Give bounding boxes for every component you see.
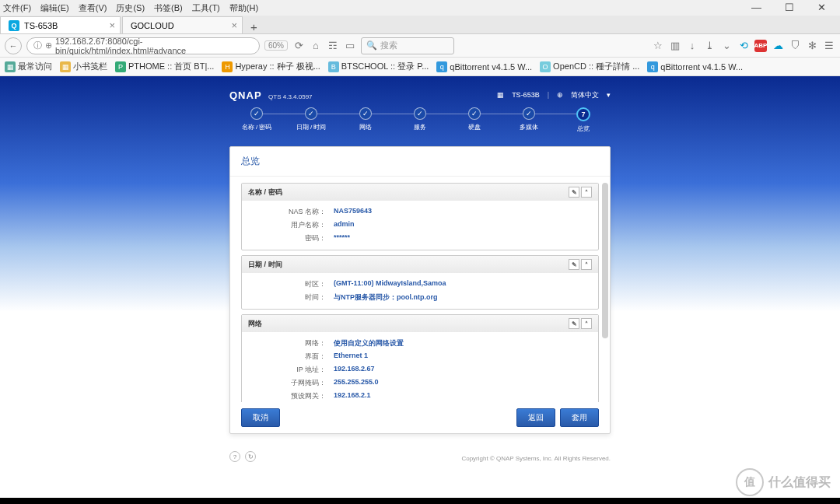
bookmark-item[interactable]: HHyperay :: 种子 极视...: [222, 61, 320, 72]
tab-close-icon[interactable]: ×: [231, 19, 237, 31]
tabbar: Q TS-653B × GOCLOUD × +: [0, 16, 840, 34]
qts-version: QTS 4.3.4.0597: [268, 93, 312, 100]
section-name: 名称 / 密码 ✎˄ NAS 名称：NAS759643 用户名称：admin 密…: [241, 183, 599, 250]
bookmark-icon: q: [647, 61, 658, 72]
nav-back-button[interactable]: ←: [5, 37, 22, 54]
home-icon[interactable]: ⌂: [310, 40, 322, 52]
device-name: TS-653B: [512, 91, 540, 99]
bookmark-icon: P: [115, 61, 126, 72]
bookmark-item[interactable]: qqBittorrent v4.1.5 W...: [647, 61, 743, 72]
download-icon[interactable]: ↓: [686, 40, 698, 52]
bookmarks-bar: ▦最常访问 ▦小书笺栏 PPTHOME :: 首页 BT|... HHypera…: [0, 58, 840, 76]
menu-bookmarks[interactable]: 书签(B): [154, 2, 183, 14]
device-icon: ▦: [497, 91, 504, 99]
check-icon: ✓: [250, 107, 263, 120]
stepper: ✓名称 / 密码 ✓日期 / 时间 ✓网络 ✓服务 ✓硬盘 ✓多媒体 7总览: [229, 107, 611, 133]
window-close-icon[interactable]: ✕: [817, 2, 826, 13]
star-icon[interactable]: ☆: [652, 40, 664, 52]
check-icon: ✓: [468, 107, 481, 120]
menu-icon[interactable]: ☰: [823, 40, 835, 52]
tag-icon[interactable]: ⤓: [703, 40, 716, 52]
bookmark-icon: q: [436, 61, 447, 72]
step-summary[interactable]: 7总览: [556, 107, 611, 133]
gear-icon[interactable]: ✻: [806, 40, 818, 52]
check-icon: ✓: [523, 107, 535, 120]
window-minimize-icon[interactable]: —: [751, 2, 761, 13]
cancel-button[interactable]: 取消: [241, 408, 280, 427]
step-media[interactable]: ✓多媒体: [502, 107, 556, 133]
pocket-icon[interactable]: ⌄: [720, 40, 733, 52]
copyright: Copyright © QNAP Systems, Inc. All Right…: [229, 455, 611, 462]
collapse-icon[interactable]: ˄: [581, 187, 592, 198]
tab-label: TS-653B: [24, 21, 58, 30]
step-network[interactable]: ✓网络: [338, 107, 393, 133]
collapse-icon[interactable]: ˄: [581, 318, 592, 329]
zoom-level[interactable]: 60%: [264, 40, 288, 51]
check-icon: ✓: [359, 107, 372, 120]
bookmark-item[interactable]: ▦小书笺栏: [60, 61, 107, 72]
menu-file[interactable]: 文件(F): [3, 2, 31, 14]
rss-icon[interactable]: ☶: [327, 40, 339, 52]
window-maximize-icon[interactable]: ☐: [785, 2, 794, 13]
bookmark-icon: B: [328, 61, 339, 72]
search-icon: 🔍: [366, 40, 377, 51]
card-footer: 取消 返回 套用: [230, 402, 610, 433]
shield-icon[interactable]: ⛉: [789, 40, 801, 52]
info-icon: ⓘ: [33, 40, 42, 51]
library-icon[interactable]: ▥: [669, 40, 681, 52]
check-icon: ✓: [414, 107, 426, 120]
reload-icon[interactable]: ⟳: [292, 40, 305, 52]
collapse-icon[interactable]: ˄: [581, 259, 592, 270]
watermark-text: 什么值得买: [768, 474, 831, 491]
bookmark-item[interactable]: qqBittorrent v4.1.5 W...: [436, 61, 532, 72]
apply-button[interactable]: 套用: [560, 408, 599, 427]
bookmark-item[interactable]: BBTSCHOOL :: 登录 P...: [328, 61, 429, 72]
folder-icon: ▦: [60, 61, 71, 72]
bookmark-item[interactable]: ▦最常访问: [5, 61, 52, 72]
step-service[interactable]: ✓服务: [393, 107, 447, 133]
watermark: 值 什么值得买: [736, 468, 831, 496]
tab-ts653b[interactable]: Q TS-653B ×: [0, 16, 121, 33]
watermark-icon: 值: [736, 468, 764, 496]
qnap-header: QNAP QTS 4.3.4.0597 ▦ TS-653B | ⊕ 简体中文 ▾: [229, 87, 611, 103]
bookmark-item[interactable]: OOpenCD :: 種子詳情 ...: [540, 61, 639, 72]
tab-close-icon[interactable]: ×: [109, 19, 115, 31]
step-date[interactable]: ✓日期 / 时间: [284, 107, 338, 133]
section-date: 日期 / 时间 ✎˄ 时区：(GMT-11:00) MidwayIsland,S…: [241, 255, 599, 310]
card-title: 总览: [230, 147, 610, 177]
reader-icon[interactable]: ▭: [344, 40, 356, 52]
url-field[interactable]: ⓘ ⊕ 192.168.2.67:8080/cgi-bin/quick/html…: [26, 37, 260, 54]
step-name[interactable]: ✓名称 / 密码: [229, 107, 284, 133]
menu-edit[interactable]: 编辑(E): [40, 2, 69, 14]
scrollbar[interactable]: [602, 183, 608, 338]
bookmark-icon: H: [222, 61, 233, 72]
card-body: 名称 / 密码 ✎˄ NAS 名称：NAS759643 用户名称：admin 密…: [230, 177, 610, 402]
search-input[interactable]: 🔍 搜索: [361, 37, 454, 54]
menubar: 文件(F) 编辑(E) 查看(V) 历史(S) 书签(B) 工具(T) 帮助(H…: [0, 0, 840, 16]
menu-view[interactable]: 查看(V): [79, 2, 107, 14]
qnap-logo: QNAP: [229, 89, 262, 101]
sync-icon[interactable]: ⟲: [737, 40, 750, 52]
menu-history[interactable]: 历史(S): [116, 2, 145, 14]
tab-gocloud[interactable]: GOCLOUD ×: [122, 16, 243, 33]
menu-help[interactable]: 帮助(H): [229, 2, 258, 14]
edit-icon[interactable]: ✎: [569, 187, 579, 198]
step-disk[interactable]: ✓硬盘: [447, 107, 502, 133]
globe-icon: ⊕: [45, 40, 52, 51]
edit-icon[interactable]: ✎: [569, 318, 579, 329]
lang-icon: ⊕: [557, 91, 563, 99]
bookmark-icon: ▦: [5, 61, 16, 72]
tab-add-button[interactable]: +: [244, 20, 264, 33]
back-button[interactable]: 返回: [516, 408, 555, 427]
cloud-icon[interactable]: ☁: [772, 40, 784, 52]
addressbar: ← ⓘ ⊕ 192.168.2.67:8080/cgi-bin/quick/ht…: [0, 34, 840, 58]
lang-selector[interactable]: 简体中文: [571, 90, 599, 100]
bookmark-item[interactable]: PPTHOME :: 首页 BT|...: [115, 61, 214, 72]
bookmark-icon: O: [540, 61, 551, 72]
edit-icon[interactable]: ✎: [569, 259, 579, 270]
tab-favicon-icon: Q: [9, 20, 19, 31]
menu-tools[interactable]: 工具(T): [192, 2, 220, 14]
tab-label: GOCLOUD: [131, 21, 174, 30]
adblock-icon[interactable]: ABP: [754, 40, 767, 52]
url-text: 192.168.2.67:8080/cgi-bin/quick/html/ind…: [55, 37, 253, 55]
